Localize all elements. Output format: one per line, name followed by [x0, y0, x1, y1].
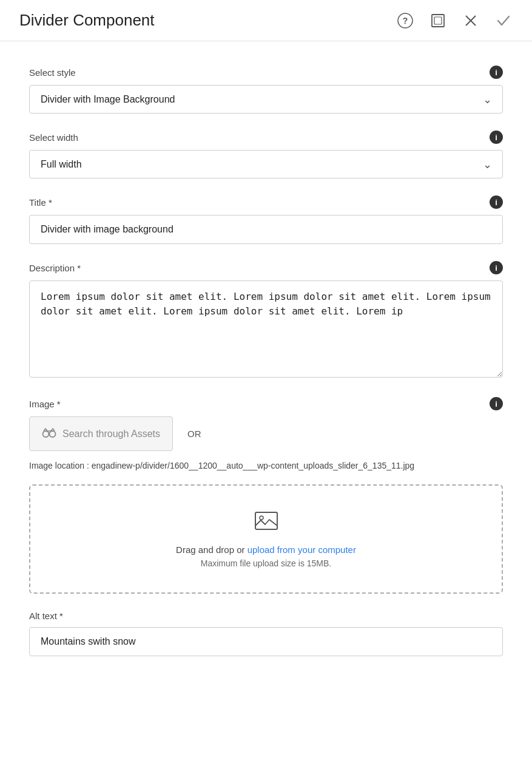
width-select[interactable]: Full widthContainedNarrow [29, 150, 503, 178]
header: Divider Component ? [0, 0, 532, 41]
style-label-row: Select style i [29, 66, 503, 79]
alt-text-input[interactable] [29, 627, 503, 656]
style-info-icon[interactable]: i [490, 66, 503, 79]
alt-text-group: Alt text * [29, 611, 503, 656]
svg-text:?: ? [403, 16, 408, 25]
width-label-row: Select width i [29, 131, 503, 144]
title-label: Title * [29, 197, 52, 208]
description-info-icon[interactable]: i [490, 261, 503, 274]
svg-point-9 [260, 516, 263, 520]
drop-zone-text: Drag and drop or upload from your comput… [42, 545, 490, 555]
svg-rect-3 [434, 17, 442, 24]
drop-text: Drag and drop or [176, 545, 247, 555]
title-group: Title * i [29, 195, 503, 244]
width-select-wrapper: Full widthContainedNarrow ⌄ [29, 150, 503, 178]
alt-text-label-row: Alt text * [29, 611, 503, 621]
title-input[interactable] [29, 215, 503, 244]
image-group: Image * i Search through Assets OR [29, 397, 503, 594]
header-icons: ? [396, 12, 513, 30]
binoculars-icon [42, 426, 56, 442]
image-label-row: Image * i [29, 397, 503, 410]
svg-rect-8 [255, 512, 277, 529]
image-controls-row: Search through Assets OR [29, 416, 503, 451]
image-label: Image * [29, 399, 61, 409]
style-select[interactable]: Divider with Image BackgroundSimple Divi… [29, 85, 503, 114]
style-label: Select style [29, 67, 76, 78]
description-group: Description * i [29, 261, 503, 380]
width-group: Select width i Full widthContainedNarrow… [29, 131, 503, 178]
help-icon[interactable]: ? [396, 12, 414, 30]
title-label-row: Title * i [29, 195, 503, 209]
drop-zone[interactable]: Drag and drop or upload from your comput… [29, 484, 503, 594]
description-label: Description * [29, 263, 81, 273]
confirm-icon[interactable] [494, 12, 513, 30]
main-content: Select style i Divider with Image Backgr… [0, 41, 532, 697]
svg-point-7 [50, 431, 56, 437]
search-assets-label: Search through Assets [62, 429, 160, 439]
search-assets-button[interactable]: Search through Assets [29, 416, 173, 451]
description-textarea[interactable] [29, 280, 503, 378]
style-group: Select style i Divider with Image Backgr… [29, 66, 503, 114]
close-icon[interactable] [462, 12, 480, 30]
width-label: Select width [29, 132, 78, 143]
image-info-icon[interactable]: i [490, 397, 503, 410]
image-placeholder-icon [42, 510, 490, 537]
upload-link[interactable]: upload from your computer [247, 545, 356, 555]
svg-point-6 [43, 431, 49, 437]
width-info-icon[interactable]: i [490, 131, 503, 144]
frame-icon[interactable] [429, 12, 447, 30]
title-info-icon[interactable]: i [490, 195, 503, 209]
image-location-text: Image location : engadinew-p/divider/160… [29, 460, 503, 472]
svg-rect-2 [432, 15, 444, 27]
max-size-text: Maximum file upload size is 15MB. [42, 558, 490, 568]
page-title: Divider Component [19, 11, 396, 30]
style-select-wrapper: Divider with Image BackgroundSimple Divi… [29, 85, 503, 114]
or-text: OR [187, 429, 201, 439]
alt-text-label: Alt text * [29, 611, 63, 621]
description-label-row: Description * i [29, 261, 503, 274]
